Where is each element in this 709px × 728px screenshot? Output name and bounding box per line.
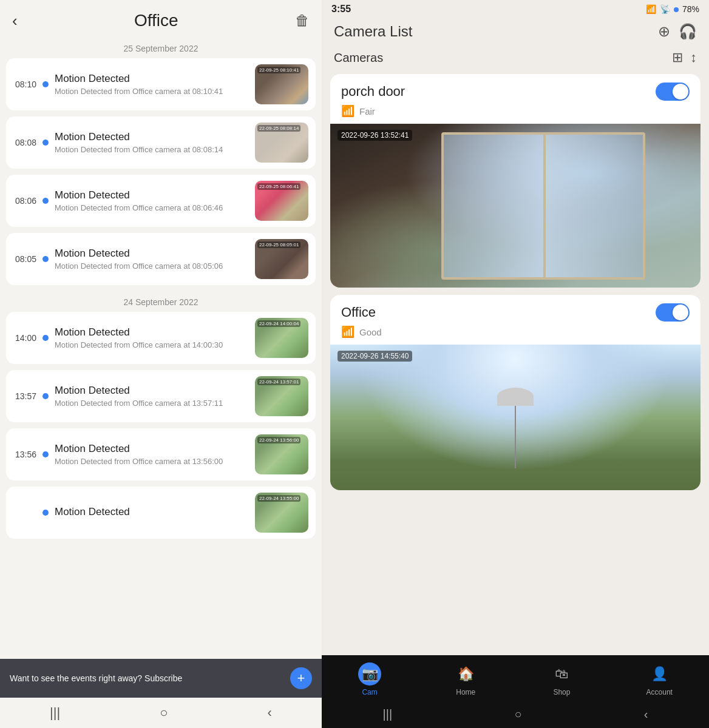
toggle-knob-porch xyxy=(673,84,688,99)
umbrella-canopy xyxy=(497,388,534,406)
thumb-timestamp: 22-09-25 08:10:41 xyxy=(257,67,300,73)
thumb-timestamp: 22-09-24 13:57:01 xyxy=(257,379,300,385)
camera-toggle-porch[interactable] xyxy=(656,83,690,101)
event-dot xyxy=(42,198,49,204)
event-dot xyxy=(42,335,49,341)
battery-status: 78% xyxy=(682,4,699,14)
event-title: Motion Detected xyxy=(55,248,249,260)
event-item[interactable]: 08:06Motion DetectedMotion Detected from… xyxy=(6,175,316,227)
cameras-section-title: Cameras xyxy=(334,51,383,65)
camera-preview-office[interactable]: 2022-09-26 14:55:40 xyxy=(330,345,701,490)
event-thumbnail[interactable]: 22-09-24 13:57:01 xyxy=(255,376,308,416)
event-desc: Motion Detected from Office camera at 14… xyxy=(55,340,249,349)
cameras-section-header: Cameras ⊞ ↕ xyxy=(322,45,709,70)
event-item[interactable]: 08:08Motion DetectedMotion Detected from… xyxy=(6,116,316,169)
event-thumbnail[interactable]: 22-09-25 08:05:01 xyxy=(255,239,308,279)
left-home-button[interactable]: ○ xyxy=(160,705,168,721)
status-time: 3:55 xyxy=(331,4,351,15)
event-thumbnail[interactable]: 22-09-25 08:10:41 xyxy=(255,64,308,104)
event-thumbnail[interactable]: 22-09-24 14:00:04 xyxy=(255,318,308,358)
camera-card-porch: porch door 📶 Fair 2022-09-26 13:52:41 xyxy=(330,74,701,288)
headset-icon[interactable]: 🎧 xyxy=(679,23,697,40)
event-dot xyxy=(42,256,49,262)
event-thumbnail[interactable]: 22-09-25 08:06:41 xyxy=(255,181,308,221)
cam-icon: 📷 xyxy=(358,662,381,686)
thumb-timestamp: 22-09-25 08:08:14 xyxy=(257,125,300,132)
event-item[interactable]: 08:05Motion DetectedMotion Detected from… xyxy=(6,233,316,285)
event-time: 13:56 xyxy=(13,450,36,459)
account-label: Account xyxy=(646,688,673,696)
event-desc: Motion Detected from Office camera at 13… xyxy=(55,399,249,408)
camera-wifi-porch: 📶 Fair xyxy=(330,104,701,124)
nav-account[interactable]: 👤 Account xyxy=(646,662,673,696)
event-item[interactable]: 14:00Motion DetectedMotion Detected from… xyxy=(6,312,316,364)
sort-icon[interactable]: ↕ xyxy=(690,50,697,66)
event-title: Motion Detected xyxy=(55,443,249,455)
back-button[interactable]: ‹ xyxy=(12,13,18,29)
event-title: Motion Detected xyxy=(55,189,249,201)
camera-preview-porch[interactable]: 2022-09-26 13:52:41 xyxy=(330,124,701,288)
add-camera-icon[interactable]: ⊕ xyxy=(658,23,670,40)
camera-name-office: Office xyxy=(341,305,376,320)
event-dot xyxy=(42,140,49,146)
shop-label: Shop xyxy=(553,688,570,696)
event-item[interactable]: 08:10Motion DetectedMotion Detected from… xyxy=(6,58,316,110)
nav-cam[interactable]: 📷 Cam xyxy=(358,662,381,696)
camera-card-office: Office 📶 Good 2022-09-26 14:55:40 xyxy=(330,295,701,490)
event-thumbnail[interactable]: 22-09-25 08:08:14 xyxy=(255,123,308,163)
left-back-button[interactable]: ‹ xyxy=(268,705,272,721)
event-time: 08:08 xyxy=(13,138,36,147)
left-header: ‹ Office 🗑 xyxy=(0,0,322,38)
nav-shop[interactable]: 🛍 Shop xyxy=(550,662,573,696)
event-time: 08:10 xyxy=(13,79,36,89)
left-menu-button[interactable]: ||| xyxy=(50,705,60,721)
right-menu-button[interactable]: ||| xyxy=(383,707,393,721)
camera-toggle-office[interactable] xyxy=(656,303,690,322)
left-android-nav: ||| ○ ‹ xyxy=(0,698,322,728)
camera-card-header-office: Office xyxy=(330,295,701,325)
event-title: Motion Detected xyxy=(55,73,249,85)
subscribe-text: Want to see the events right away? Subsc… xyxy=(10,673,182,683)
office-preview-image xyxy=(330,345,701,490)
wifi-icon-porch: 📶 xyxy=(341,104,354,118)
toggle-knob-office xyxy=(673,305,688,320)
event-thumbnail[interactable]: 22-09-24 13:55:00 xyxy=(255,493,308,533)
thumb-timestamp: 22-09-25 08:05:01 xyxy=(257,241,300,248)
right-home-button[interactable]: ○ xyxy=(514,707,521,721)
right-back-button[interactable]: ‹ xyxy=(644,707,648,721)
event-text: Motion DetectedMotion Detected from Offi… xyxy=(55,131,249,154)
event-desc: Motion Detected from Office camera at 13… xyxy=(55,457,249,466)
event-text: Motion DetectedMotion Detected from Offi… xyxy=(55,73,249,96)
thumb-timestamp: 22-09-24 13:55:00 xyxy=(257,495,300,502)
event-time: 08:05 xyxy=(13,254,36,264)
page-title: Office xyxy=(134,11,178,30)
left-panel: ‹ Office 🗑 25 September 202208:10Motion … xyxy=(0,0,322,728)
event-text: Motion DetectedMotion Detected from Offi… xyxy=(55,443,249,466)
account-icon: 👤 xyxy=(648,662,671,686)
event-dot xyxy=(42,393,49,399)
door-frame xyxy=(441,132,645,280)
event-text: Motion DetectedMotion Detected from Offi… xyxy=(55,385,249,408)
event-item[interactable]: 13:56Motion DetectedMotion Detected from… xyxy=(6,428,316,480)
subscribe-button[interactable]: + xyxy=(290,667,312,689)
event-item[interactable]: Motion Detected22-09-24 13:55:00 xyxy=(6,487,316,539)
thumb-timestamp: 22-09-25 08:06:41 xyxy=(257,183,300,190)
grid-view-icon[interactable]: ⊞ xyxy=(672,50,683,66)
camera-name-porch: porch door xyxy=(341,84,405,99)
camera-wifi-office: 📶 Good xyxy=(330,325,701,345)
event-time: 14:00 xyxy=(13,333,36,343)
wifi-status-office: Good xyxy=(359,327,382,337)
section-icons: ⊞ ↕ xyxy=(672,50,697,66)
trash-icon[interactable]: 🗑 xyxy=(295,12,310,29)
nav-home[interactable]: 🏠 Home xyxy=(454,662,477,696)
right-header: Camera List ⊕ 🎧 xyxy=(322,18,709,45)
thumb-timestamp: 22-09-24 14:00:04 xyxy=(257,320,300,327)
event-dot xyxy=(42,510,49,516)
event-text: Motion Detected xyxy=(55,506,249,520)
event-dot xyxy=(42,451,49,457)
event-item[interactable]: 13:57Motion DetectedMotion Detected from… xyxy=(6,370,316,422)
event-thumbnail[interactable]: 22-09-24 13:56:00 xyxy=(255,434,308,474)
shop-icon: 🛍 xyxy=(550,662,573,686)
event-desc: Motion Detected from Office camera at 08… xyxy=(55,87,249,96)
event-text: Motion DetectedMotion Detected from Offi… xyxy=(55,326,249,349)
